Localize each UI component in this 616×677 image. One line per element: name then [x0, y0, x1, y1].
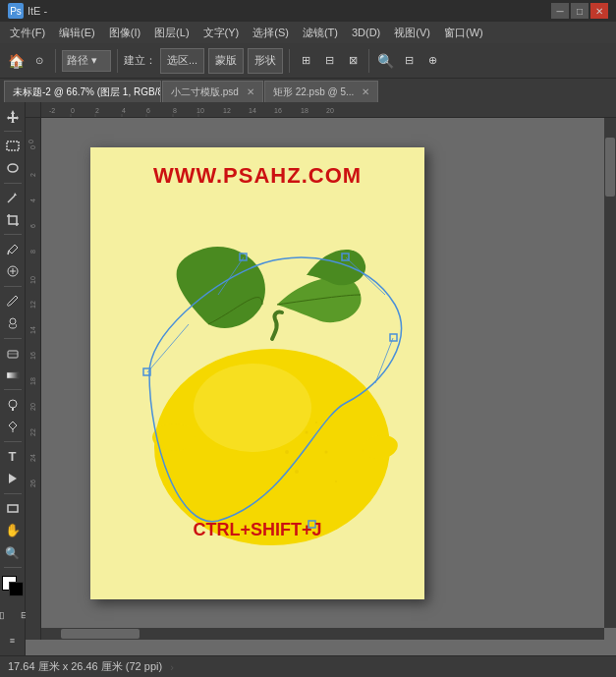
arrange-icon[interactable]: ⊟ [319, 51, 339, 71]
title-bar: Ps ItE - ─ □ ✕ [0, 0, 616, 22]
svg-text:10: 10 [196, 107, 204, 114]
maximize-button[interactable]: □ [571, 3, 588, 19]
minimize-button[interactable]: ─ [551, 3, 569, 19]
tool-sep-9 [4, 567, 22, 568]
watermark-text: WWW.PSAHZ.COM [153, 163, 362, 189]
menu-edit[interactable]: 编辑(E) [53, 24, 101, 42]
menu-window[interactable]: 窗口(W) [438, 24, 489, 42]
tool-magic-wand[interactable] [2, 187, 24, 207]
options-icon[interactable]: ⊙ [29, 51, 49, 71]
svg-marker-4 [14, 193, 17, 196]
status-dimensions: 17.64 厘米 x 26.46 厘米 (72 ppi) [8, 659, 162, 674]
svg-text:6: 6 [29, 224, 36, 228]
svg-point-62 [152, 423, 196, 451]
tool-brush[interactable] [2, 291, 24, 311]
status-bar: 17.64 厘米 x 26.46 厘米 (72 ppi) › [0, 655, 616, 677]
ruler-corner [26, 102, 41, 118]
svg-text:12: 12 [223, 107, 231, 114]
svg-text:10: 10 [29, 276, 36, 284]
svg-text:0: 0 [29, 145, 36, 149]
tool-gradient[interactable] [2, 365, 24, 385]
tool-rect-select[interactable] [2, 136, 24, 156]
share-icon[interactable]: ⊕ [422, 51, 442, 71]
menu-text[interactable]: 文字(Y) [197, 24, 246, 42]
canvas-content: WWW.PSAHZ.COM [41, 118, 616, 640]
status-sep: › [170, 661, 174, 673]
tab-2-close[interactable]: ✕ [247, 86, 254, 97]
svg-text:24: 24 [29, 454, 36, 462]
tab-active[interactable]: 未标题-2 @ 66.7% (图层 1, RGB/8#) * ✕ [4, 81, 161, 102]
svg-text:16: 16 [29, 352, 36, 360]
tool-sep-4 [4, 286, 22, 287]
menu-3d[interactable]: 3D(D) [346, 25, 386, 40]
menu-layer[interactable]: 图层(L) [148, 24, 195, 42]
svg-point-57 [295, 470, 299, 474]
close-button[interactable]: ✕ [590, 3, 608, 19]
tool-text[interactable]: T [2, 446, 24, 467]
mask-label: 蒙版 [215, 53, 237, 68]
tab-2-label: 小二寸模版.psd [171, 85, 239, 99]
menu-file[interactable]: 文件(F) [4, 24, 51, 42]
svg-marker-0 [7, 110, 19, 123]
tool-healing[interactable] [2, 261, 24, 282]
layer-icon[interactable]: ⊞ [296, 51, 315, 71]
svg-point-61 [335, 480, 337, 482]
tool-shape[interactable] [2, 498, 24, 519]
left-toolbar: T ✋ 🔍 ◫ ⊟ ≡ [0, 102, 26, 655]
svg-text:20: 20 [29, 403, 36, 411]
tool-zoom[interactable]: 🔍 [2, 542, 24, 563]
menu-filter[interactable]: 滤镜(T) [297, 24, 344, 42]
app-icon: Ps [8, 3, 24, 19]
scrollbar-right[interactable] [604, 118, 616, 628]
mask-button[interactable]: 蒙版 [208, 48, 244, 74]
tool-pen[interactable] [2, 417, 24, 437]
tool-hand[interactable]: ✋ [2, 520, 24, 540]
title-bar-text: ItE - [28, 5, 47, 17]
scrollbar-bottom[interactable] [41, 628, 604, 640]
tool-extra-1[interactable]: ◫ [0, 604, 12, 626]
tool-eraser[interactable] [2, 343, 24, 364]
svg-point-60 [266, 490, 269, 493]
path-dropdown[interactable]: 路径 ▾ [62, 50, 111, 72]
tool-screen-mode[interactable]: ≡ [2, 630, 24, 651]
menu-view[interactable]: 视图(V) [388, 24, 436, 42]
svg-text:6: 6 [146, 107, 150, 114]
tool-move[interactable] [2, 106, 24, 127]
svg-text:-2: -2 [49, 107, 55, 114]
shape-button[interactable]: 形状 [248, 48, 283, 74]
tool-crop[interactable] [2, 209, 24, 230]
search-icon[interactable]: 🔍 [375, 51, 395, 71]
tool-lasso[interactable] [2, 158, 24, 179]
tool-clone[interactable] [2, 313, 24, 334]
svg-point-58 [325, 451, 328, 454]
tab-3[interactable]: 矩形 22.psb @ 5... ✕ [264, 81, 378, 102]
align-icon[interactable]: ⊟ [399, 51, 419, 71]
select-button[interactable]: 选区... [160, 48, 204, 74]
lemon-container [81, 187, 415, 560]
svg-rect-12 [7, 372, 19, 378]
tool-sep-5 [4, 338, 22, 339]
tool-dodge[interactable] [2, 394, 24, 415]
view-tools: ≡ [2, 630, 24, 651]
select-label: 选区... [167, 53, 197, 68]
svg-rect-1 [7, 141, 19, 150]
title-bar-left: Ps ItE - [8, 3, 47, 19]
transform-icon[interactable]: ⊠ [343, 51, 363, 71]
svg-line-3 [8, 196, 15, 202]
menu-select[interactable]: 选择(S) [247, 24, 295, 42]
tab-3-close[interactable]: ✕ [362, 86, 369, 97]
ruler-top: -2 0 2 4 6 8 10 12 14 16 18 20 [41, 102, 616, 118]
scrollbar-bottom-thumb[interactable] [61, 629, 140, 639]
home-icon[interactable]: 🏠 [6, 51, 26, 71]
svg-text:14: 14 [249, 107, 256, 114]
tool-eyedropper[interactable] [2, 239, 24, 259]
color-swatch[interactable] [2, 576, 24, 596]
background-color[interactable] [9, 582, 24, 596]
tab-2[interactable]: 小二寸模版.psd ✕ [162, 81, 263, 102]
tool-path-select[interactable] [2, 469, 24, 489]
svg-marker-16 [9, 474, 17, 483]
svg-line-5 [8, 251, 9, 254]
scrollbar-right-thumb[interactable] [605, 138, 615, 197]
svg-text:8: 8 [29, 250, 36, 254]
menu-image[interactable]: 图像(I) [103, 24, 146, 42]
